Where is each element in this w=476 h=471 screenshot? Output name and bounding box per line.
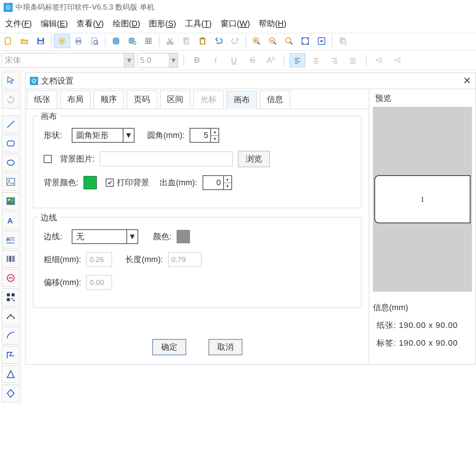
arc-tool[interactable] (2, 327, 20, 345)
italic-button[interactable]: I (208, 53, 223, 67)
font-family-value: 宋体 (5, 55, 21, 66)
barcode-tool[interactable] (2, 250, 20, 268)
layers-button[interactable] (335, 34, 351, 48)
tab-layout[interactable]: 布局 (60, 91, 91, 109)
image-tool[interactable] (2, 173, 20, 191)
align-justify-button[interactable] (345, 53, 361, 67)
print-button[interactable] (70, 34, 86, 48)
border-combo[interactable]: 无 ▼ (72, 229, 138, 244)
ellipse-tool[interactable] (2, 154, 20, 172)
align-left-button[interactable] (290, 53, 305, 67)
printbg-checkbox[interactable]: ✔ (106, 179, 114, 187)
pointer-tool[interactable] (2, 72, 20, 89)
font-size-input[interactable]: 5.0 ▾ (137, 53, 178, 68)
zoom-reset-button[interactable] (281, 34, 297, 48)
copy-button[interactable] (178, 34, 194, 48)
bgimg-path-input[interactable] (100, 152, 233, 166)
thickness-input[interactable]: 0.26 (86, 252, 112, 267)
spinner-down-icon[interactable]: ▼ (224, 183, 231, 190)
menu-view[interactable]: 查看(V) (76, 18, 103, 29)
color-label: 颜色: (153, 231, 171, 242)
svg-line-41 (258, 42, 260, 44)
zoom-in-button[interactable] (248, 34, 265, 48)
bleed-value: 0 (216, 178, 221, 187)
print-preview-button[interactable] (86, 34, 103, 48)
fit-screen-button[interactable] (297, 34, 313, 48)
svg-point-77 (8, 180, 10, 182)
menu-tool[interactable]: 工具(T) (185, 18, 212, 29)
align-center-button[interactable] (308, 53, 324, 67)
rounded-rect-tool[interactable] (2, 135, 20, 152)
cancel-button[interactable]: 取消 (208, 339, 242, 355)
ok-button[interactable]: 确定 (152, 339, 186, 355)
tab-paper[interactable]: 纸张 (27, 91, 57, 109)
menu-help[interactable]: 帮助(H) (259, 18, 286, 29)
redo-button[interactable] (227, 34, 243, 48)
qrcode-tool[interactable] (2, 288, 20, 306)
open-button[interactable] (16, 34, 33, 48)
bold-button[interactable]: B (189, 53, 205, 67)
offset-input[interactable]: 0.00 (86, 275, 112, 290)
database-button[interactable] (108, 34, 124, 48)
polyline-tool[interactable] (2, 346, 20, 364)
corner-input[interactable]: 5 ▲▼ (190, 128, 219, 143)
save-button[interactable] (33, 34, 49, 48)
browse-button[interactable]: 浏览 (238, 151, 270, 167)
paste-button[interactable] (194, 34, 211, 48)
svg-rect-2 (39, 38, 42, 40)
menu-shape[interactable]: 图形(S) (149, 18, 176, 29)
curve-tool[interactable] (2, 308, 20, 325)
format-toolbar: 宋体 ▾ 5.0 ▾ B I U S Aᵇ (0, 51, 476, 70)
undo-button[interactable] (211, 34, 227, 48)
align-right-button[interactable] (327, 53, 342, 67)
tab-pageno[interactable]: 页码 (127, 91, 157, 109)
menu-window[interactable]: 窗口(W) (221, 18, 250, 29)
database-add-button[interactable] (124, 34, 140, 48)
image-fill-tool[interactable] (2, 192, 20, 210)
triangle-tool[interactable] (2, 365, 20, 383)
indent-increase-button[interactable] (390, 53, 406, 67)
text-tool[interactable]: A (2, 211, 20, 229)
rotate-tool[interactable] (2, 91, 20, 109)
bgcolor-swatch[interactable] (84, 176, 97, 189)
grid-button[interactable] (140, 34, 157, 48)
strikethrough-button[interactable]: S (245, 53, 260, 67)
svg-text:A: A (7, 216, 13, 225)
menu-edit[interactable]: 编辑(E) (41, 18, 68, 29)
settings-button[interactable] (54, 34, 70, 48)
cut-button[interactable] (162, 34, 178, 48)
font-family-select[interactable]: 宋体 ▾ (1, 53, 135, 68)
tab-info[interactable]: 信息 (260, 91, 290, 109)
diamond-tool[interactable] (2, 384, 20, 402)
bgimg-checkbox[interactable] (44, 155, 52, 163)
shape-combo[interactable]: 圆角矩形 ▼ (72, 128, 135, 143)
tab-range[interactable]: 区间 (160, 91, 190, 109)
menu-draw[interactable]: 绘图(D) (113, 18, 140, 29)
svg-rect-50 (341, 40, 346, 44)
svg-line-10 (64, 43, 65, 44)
tab-order[interactable]: 顺序 (94, 91, 124, 109)
spinner-up-icon[interactable]: ▲ (211, 129, 218, 136)
new-doc-button[interactable] (0, 34, 16, 48)
close-button[interactable]: ✕ (463, 75, 471, 87)
line-tool[interactable] (2, 115, 20, 133)
canvas-legend: 画布 (38, 111, 59, 122)
border-color-swatch[interactable] (177, 230, 190, 243)
svg-rect-92 (7, 294, 10, 297)
svg-line-45 (290, 42, 292, 44)
length-input[interactable]: 0.79 (168, 252, 201, 267)
border-fieldset: 边线 边线: 无 ▼ 颜色: 粗细(mm (33, 217, 361, 308)
fit-width-button[interactable] (313, 34, 330, 48)
richtext-tool[interactable]: R (2, 231, 20, 248)
qrcode-like-tool[interactable] (2, 269, 20, 287)
underline-button[interactable]: U (226, 53, 242, 67)
indent-decrease-button[interactable] (372, 53, 387, 67)
bleed-input[interactable]: 0 ▲▼ (203, 175, 232, 190)
spinner-down-icon[interactable]: ▼ (211, 136, 218, 142)
spinner-up-icon[interactable]: ▲ (224, 176, 231, 183)
chevron-down-icon: ▾ (169, 53, 178, 67)
menu-file[interactable]: 文件(F) (5, 18, 32, 29)
zoom-out-button[interactable] (265, 34, 281, 48)
superscript-button[interactable]: Aᵇ (263, 53, 279, 67)
tab-canvas[interactable]: 画布 (227, 91, 257, 109)
